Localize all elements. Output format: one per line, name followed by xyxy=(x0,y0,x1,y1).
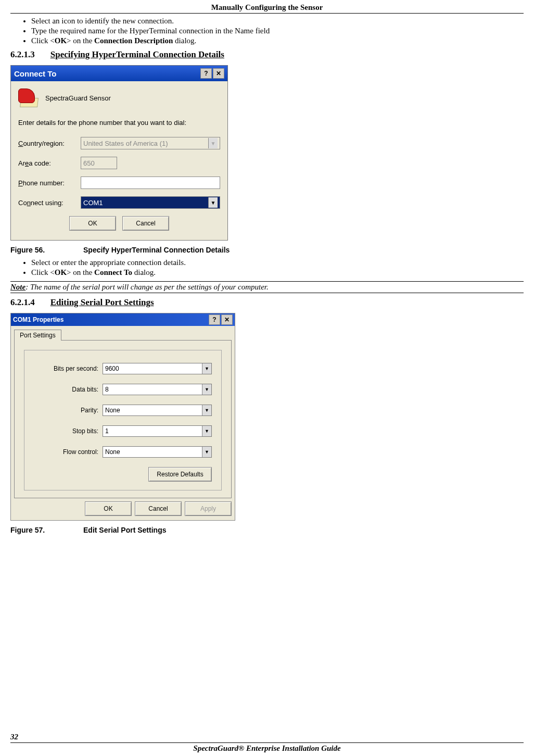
text: Click < xyxy=(31,36,55,45)
bits-per-second-select[interactable]: 9600 ▼ xyxy=(103,363,212,374)
flow-control-select[interactable]: None ▼ xyxy=(103,446,212,458)
list-item: Select an icon to identify the new conne… xyxy=(31,17,524,26)
section-number: 6.2.1.3 xyxy=(10,49,35,60)
list-item: Click <OK> on the Connect To dialog. xyxy=(31,268,524,277)
select-value: 1 xyxy=(105,427,109,435)
footer-title: SpectraGuard® Enterprise Installation Gu… xyxy=(10,742,524,753)
figure-57-caption: Figure 57.Edit Serial Port Settings xyxy=(10,526,524,534)
list-item: Select or enter the appropriate connecti… xyxy=(31,258,524,267)
bits-per-second-label: Bits per second: xyxy=(54,365,98,372)
figure-56-caption: Figure 56.Specify HyperTerminal Connecti… xyxy=(10,246,524,254)
parity-label: Parity: xyxy=(81,407,98,414)
figure-label: Figure 56. xyxy=(10,246,83,254)
text: dialog. xyxy=(132,268,156,276)
dialog-title: COM1 Properties xyxy=(13,316,63,323)
close-button[interactable]: ✕ xyxy=(213,68,224,79)
country-label: Country/region: xyxy=(18,140,81,147)
help-button[interactable]: ? xyxy=(209,314,220,325)
page-number: 32 xyxy=(10,733,524,741)
mid-list: Select or enter the appropriate connecti… xyxy=(31,258,524,277)
help-button[interactable]: ? xyxy=(200,68,212,79)
section-title: Editing Serial Port Settings xyxy=(50,297,154,307)
country-value: United States of America (1) xyxy=(83,140,168,147)
figure-label: Figure 57. xyxy=(10,526,83,534)
page-footer: 32 SpectraGuard® Enterprise Installation… xyxy=(10,733,524,753)
data-bits-label: Data bits: xyxy=(72,386,98,393)
page-header: Manually Configuring the Sensor xyxy=(10,3,524,14)
tab-panel: Bits per second: 9600 ▼ Data bits: 8 ▼ P… xyxy=(14,340,232,498)
connect-using-value: COM1 xyxy=(83,199,103,207)
titlebar: COM1 Properties ? ✕ xyxy=(11,313,235,326)
flow-control-label: Flow control: xyxy=(63,448,98,456)
text: > on the xyxy=(67,36,94,45)
section-heading-6213: 6.2.1.3Specifying HyperTerminal Connecti… xyxy=(10,49,524,60)
note-text: : The name of the serial port will chang… xyxy=(26,283,269,291)
list-item: Type the required name for the HyperTerm… xyxy=(31,27,524,35)
select-value: None xyxy=(105,407,120,414)
close-button[interactable]: ✕ xyxy=(221,314,233,325)
figure-title: Specify HyperTerminal Connection Details xyxy=(83,246,230,254)
chevron-down-icon: ▼ xyxy=(208,197,218,208)
apply-button[interactable]: Apply xyxy=(185,501,232,516)
phone-input[interactable] xyxy=(81,177,220,189)
chevron-down-icon: ▼ xyxy=(202,405,211,415)
area-code-input[interactable]: 650 xyxy=(81,157,117,169)
phone-icon xyxy=(18,89,39,107)
dialog-title: Connect To xyxy=(14,69,56,78)
note-label: Note xyxy=(10,283,26,291)
text: > on the xyxy=(67,268,94,276)
chevron-down-icon: ▼ xyxy=(202,384,211,395)
section-heading-6214: 6.2.1.4Editing Serial Port Settings xyxy=(10,297,524,308)
ok-button[interactable]: OK xyxy=(85,501,132,516)
area-code-label: Area code: xyxy=(18,159,81,167)
stop-bits-select[interactable]: 1 ▼ xyxy=(103,425,212,437)
chevron-down-icon: ▼ xyxy=(208,138,218,148)
phone-label: Phone number: xyxy=(18,179,81,187)
intro-list: Select an icon to identify the new conne… xyxy=(31,17,524,45)
com1-properties-dialog: COM1 Properties ? ✕ Port Settings Bits p… xyxy=(10,313,235,521)
chevron-down-icon: ▼ xyxy=(202,426,211,436)
restore-defaults-button[interactable]: Restore Defaults xyxy=(148,467,212,482)
parity-select[interactable]: None ▼ xyxy=(103,405,212,416)
country-select[interactable]: United States of America (1) ▼ xyxy=(81,137,220,149)
ok-button[interactable]: OK xyxy=(69,216,116,231)
titlebar: Connect To ? ✕ xyxy=(11,66,227,81)
connect-using-select[interactable]: COM1 ▼ xyxy=(81,196,220,209)
connect-to-dialog: Connect To ? ✕ SpectraGuard Sensor Enter… xyxy=(10,65,228,241)
text: Connect To xyxy=(94,268,132,276)
connect-using-label: Connect using: xyxy=(18,199,81,207)
cancel-button[interactable]: Cancel xyxy=(135,501,182,516)
data-bits-select[interactable]: 8 ▼ xyxy=(103,384,212,395)
text: OK xyxy=(55,268,67,276)
tab-port-settings[interactable]: Port Settings xyxy=(14,330,61,341)
list-item: Click <OK> on the Connection Description… xyxy=(31,36,524,45)
chevron-down-icon: ▼ xyxy=(202,447,211,457)
select-value: 9600 xyxy=(105,365,119,372)
stop-bits-label: Stop bits: xyxy=(72,427,98,435)
connection-name: SpectraGuard Sensor xyxy=(45,94,111,102)
text: OK xyxy=(55,36,67,45)
text: Click < xyxy=(31,268,55,276)
text: dialog. xyxy=(173,36,196,45)
figure-title: Edit Serial Port Settings xyxy=(83,526,166,534)
dialog-prompt: Enter details for the phone number that … xyxy=(18,119,220,127)
section-number: 6.2.1.4 xyxy=(10,297,35,308)
settings-groupbox: Bits per second: 9600 ▼ Data bits: 8 ▼ P… xyxy=(24,350,222,490)
text: Connection Description xyxy=(94,36,173,45)
select-value: 8 xyxy=(105,386,109,393)
section-title: Specifying HyperTerminal Connection Deta… xyxy=(50,49,224,59)
chevron-down-icon: ▼ xyxy=(202,363,211,374)
cancel-button[interactable]: Cancel xyxy=(122,216,169,231)
select-value: None xyxy=(105,448,120,456)
note-box: Note: The name of the serial port will c… xyxy=(10,281,524,293)
